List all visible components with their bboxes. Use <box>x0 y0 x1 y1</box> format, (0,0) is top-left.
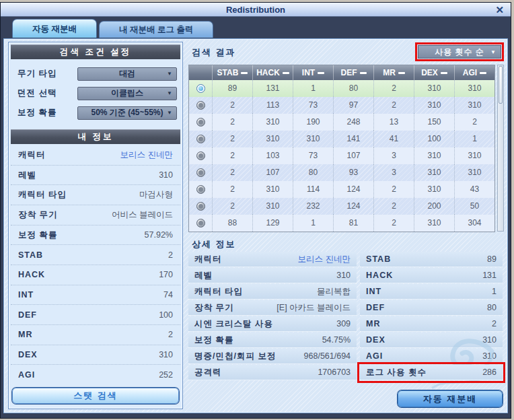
info-value: 74 <box>163 290 173 300</box>
column-header-stab[interactable]: STAB <box>212 65 252 80</box>
cell-def: 80 <box>333 80 373 97</box>
radio-icon <box>196 168 205 177</box>
radio-button[interactable] <box>189 164 212 181</box>
detail-row-int: INT 1 <box>360 284 503 300</box>
sort-minus-icon[interactable] <box>318 72 324 74</box>
sort-order-dropdown[interactable]: 사용 횟수 순 ▼ <box>418 45 501 59</box>
details-title: 상세 정보 <box>192 238 236 250</box>
result-row-4[interactable]: 2 310 310 141 41 100 1 <box>189 131 494 147</box>
weapon-type-dropdown[interactable]: 대검 ▼ <box>77 67 177 81</box>
tab-my-log-output[interactable]: 내 재분배 로그 출력 <box>99 21 213 38</box>
column-header-hack[interactable]: HACK <box>252 65 293 80</box>
detail-value: 보리스 진네만 <box>298 254 351 265</box>
cell-stab: 2 <box>212 198 252 215</box>
stat-search-button[interactable]: 스탯 검색 <box>12 388 179 404</box>
cell-mr: 2 <box>373 215 414 232</box>
radio-button[interactable] <box>189 80 212 97</box>
sort-minus-icon[interactable] <box>441 72 447 74</box>
result-row-5[interactable]: 2 103 73 107 3 310 310 <box>189 147 494 164</box>
cell-mr: 2 <box>373 97 414 114</box>
result-row-6[interactable]: 2 107 80 93 3 310 310 <box>189 164 494 181</box>
result-row-9[interactable]: 88 129 1 81 2 310 304 <box>189 215 494 232</box>
cell-stab: 2 <box>212 181 252 198</box>
cell-hack: 310 <box>252 131 293 147</box>
result-row-2[interactable]: 2 113 73 97 2 310 310 <box>189 97 494 114</box>
cell-agi: 310 <box>454 97 494 114</box>
column-header-dex[interactable]: DEX <box>414 65 454 80</box>
cell-dex: 310 <box>414 147 454 164</box>
detail-row-crystal-used: 시엔 크리스탈 사용 309 <box>188 316 357 332</box>
column-header-agi[interactable]: AGI <box>454 65 494 80</box>
detail-row-dex: DEX 310 <box>360 332 503 348</box>
radio-button[interactable] <box>189 114 212 131</box>
cell-dex: 310 <box>414 215 454 232</box>
info-value: 252 <box>159 370 173 380</box>
cell-dex: 310 <box>414 97 454 114</box>
cell-hack: 310 <box>252 114 293 131</box>
radio-button[interactable] <box>189 97 212 114</box>
column-header-def[interactable]: DEF <box>333 65 373 80</box>
result-row-3[interactable]: 2 310 190 248 13 150 2 <box>189 114 494 131</box>
info-row-equipped-weapon: 장착 무기 어비스 블레이드 <box>11 205 180 225</box>
column-header-mr[interactable]: MR <box>373 65 414 80</box>
detail-label: 캐릭터 타입 <box>194 286 243 298</box>
result-row-7[interactable]: 2 310 114 124 2 310 43 <box>189 181 494 198</box>
radio-button[interactable] <box>189 181 212 198</box>
cell-agi: 310 <box>454 164 494 181</box>
sort-minus-icon[interactable] <box>283 72 289 74</box>
column-label: MR <box>383 68 396 77</box>
results-scrollbar[interactable] <box>497 65 504 232</box>
tab-auto-redistribute[interactable]: 자동 재분배 <box>12 19 97 38</box>
cell-hack: 310 <box>252 198 293 215</box>
detail-row-log-use-count: 로그 사용 횟수 286 <box>360 365 503 380</box>
cell-dex: 150 <box>414 114 454 131</box>
cell-stab: 2 <box>212 164 252 181</box>
sort-minus-icon[interactable] <box>360 72 367 74</box>
cell-mr: 2 <box>373 198 414 215</box>
probability-dropdown[interactable]: 50% 기준 (45~55%) ▼ <box>77 106 177 120</box>
detail-label: AGI <box>366 351 383 361</box>
detail-value: 310 <box>336 271 351 280</box>
condition-row-probability: 보정 확률 50% 기준 (45~55%) ▼ <box>9 103 182 123</box>
cell-stab: 88 <box>212 215 252 232</box>
cell-def: 81 <box>333 215 373 232</box>
info-label: DEX <box>18 350 38 359</box>
detail-label: 공격력 <box>194 367 222 378</box>
radio-button[interactable] <box>189 147 212 164</box>
redistribution-window: Redistribution ✕ 자동 재분배 내 재분배 로그 출력 검색 조… <box>0 2 511 419</box>
detail-label: 보정 확률 <box>194 335 233 346</box>
column-header-int[interactable]: INT <box>293 65 333 80</box>
search-results-panel: 검색 결과 사용 횟수 순 ▼ STAB HACK INT DEF MR DEX… <box>187 42 504 409</box>
info-row-dex: DEX 310 <box>11 345 180 365</box>
radio-button[interactable] <box>189 198 212 215</box>
info-row-probability: 보정 확률 57.92% <box>11 225 180 246</box>
sort-minus-icon[interactable] <box>398 72 405 74</box>
cell-stab: 2 <box>212 131 252 147</box>
auto-redistribute-button-row: 자동 재분배 <box>398 390 503 407</box>
info-row-agi: AGI 252 <box>11 365 180 384</box>
result-row-8[interactable]: 2 310 232 124 2 200 50 <box>189 198 494 215</box>
results-table: STAB HACK INT DEF MR DEX AGI 89 131 1 80 <box>188 65 495 232</box>
title-bar: Redistribution ✕ <box>1 3 511 17</box>
auto-redistribute-button[interactable]: 자동 재분배 <box>398 390 503 407</box>
column-label: DEX <box>421 68 438 77</box>
probability-value: 50% 기준 (45~55%) <box>91 107 163 118</box>
close-icon[interactable]: ✕ <box>495 3 504 17</box>
detail-value: 286 <box>482 368 497 377</box>
dungeon-select-dropdown[interactable]: 이클립스 ▼ <box>77 87 177 100</box>
cell-hack: 103 <box>252 147 293 164</box>
my-info-list: 캐릭터 보리스 진네만 레벨 310 캐릭터 타입 마검사형 장착 무기 어비스… <box>9 144 182 384</box>
detail-row-agi: AGI 310 <box>360 349 503 364</box>
results-table-header: STAB HACK INT DEF MR DEX AGI <box>189 65 494 80</box>
result-row-1[interactable]: 89 131 1 80 2 310 310 <box>189 80 494 97</box>
scrollbar-thumb[interactable] <box>499 66 503 104</box>
cell-dex: 310 <box>414 164 454 181</box>
radio-button[interactable] <box>189 215 212 232</box>
sort-minus-icon[interactable] <box>241 72 248 74</box>
info-value: 마검사형 <box>139 189 173 201</box>
info-label: INT <box>18 290 34 300</box>
tab-bar: 자동 재분배 내 재분배 로그 출력 <box>1 17 511 38</box>
sort-minus-icon[interactable] <box>480 72 486 74</box>
radio-button[interactable] <box>189 131 212 147</box>
chevron-down-icon: ▼ <box>167 90 172 96</box>
